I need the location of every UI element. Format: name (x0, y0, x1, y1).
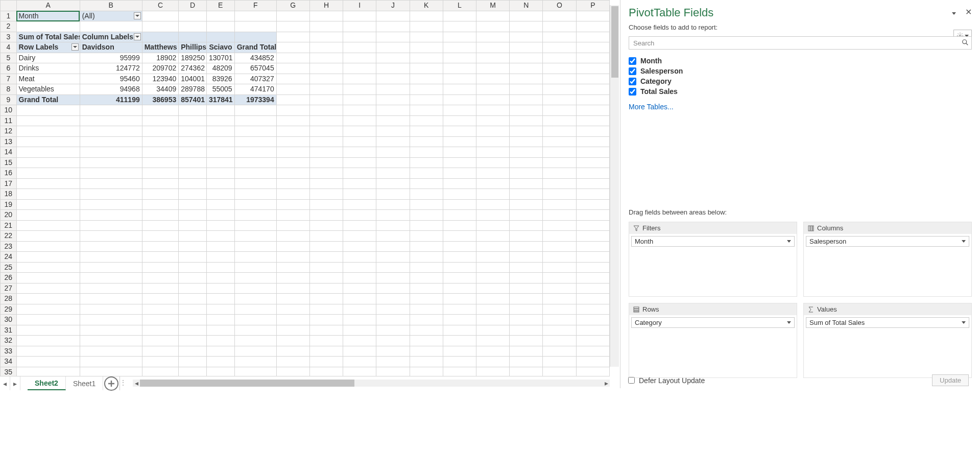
cell-F15[interactable] (234, 157, 276, 168)
cell-O10[interactable] (543, 105, 576, 116)
cell-D11[interactable] (179, 115, 207, 126)
cell-P30[interactable] (576, 315, 609, 325)
cell-J15[interactable] (376, 157, 410, 168)
cell-O6[interactable] (543, 63, 576, 74)
cell-C29[interactable] (142, 304, 179, 315)
cell-K17[interactable] (410, 178, 443, 189)
cell-F23[interactable] (234, 241, 276, 252)
cell-G11[interactable] (276, 115, 309, 126)
cell-E30[interactable] (206, 315, 234, 325)
cell-B13[interactable] (80, 136, 142, 147)
cell-J17[interactable] (376, 178, 410, 189)
cell-O7[interactable] (543, 74, 576, 84)
cell-I7[interactable] (343, 74, 376, 84)
cell-L24[interactable] (443, 252, 476, 263)
row-header-1[interactable]: 1 (1, 11, 17, 21)
cell-P13[interactable] (576, 136, 609, 147)
cell-J1[interactable] (376, 11, 410, 21)
cell-J32[interactable] (376, 336, 410, 346)
cell-C11[interactable] (142, 115, 179, 126)
cell-K31[interactable] (410, 325, 443, 336)
tab-split-handle[interactable] (119, 376, 123, 390)
cell-M23[interactable] (476, 241, 510, 252)
cell-M21[interactable] (476, 220, 510, 231)
column-header-N[interactable]: N (510, 1, 543, 11)
cell-N20[interactable] (510, 210, 543, 221)
cell-D32[interactable] (179, 336, 207, 346)
cell-J25[interactable] (376, 262, 410, 273)
row-header-21[interactable]: 21 (1, 220, 17, 231)
cell-M30[interactable] (476, 315, 510, 325)
pane-close-icon[interactable]: ✕ (965, 7, 972, 17)
cell-L31[interactable] (443, 325, 476, 336)
sheet-tab-sheet2[interactable]: Sheet2 (28, 376, 66, 390)
cell-P9[interactable] (576, 94, 609, 105)
cell-L34[interactable] (443, 357, 476, 367)
column-header-K[interactable]: K (410, 1, 443, 11)
cell-D21[interactable] (179, 220, 207, 231)
cell-A33[interactable] (16, 346, 80, 357)
cell-D23[interactable] (179, 241, 207, 252)
cell-H30[interactable] (309, 315, 343, 325)
horizontal-scrollbar-thumb[interactable] (140, 380, 354, 387)
cell-K18[interactable] (410, 189, 443, 200)
cell-D18[interactable] (179, 189, 207, 200)
cell-P6[interactable] (576, 63, 609, 74)
cell-I16[interactable] (343, 168, 376, 179)
cell-G24[interactable] (276, 252, 309, 263)
cell-P7[interactable] (576, 74, 609, 84)
cell-C32[interactable] (142, 336, 179, 346)
cell-A2[interactable] (16, 21, 80, 32)
cell-I19[interactable] (343, 199, 376, 210)
cell-M29[interactable] (476, 304, 510, 315)
cell-E18[interactable] (206, 189, 234, 200)
cell-E13[interactable] (206, 136, 234, 147)
filters-area-item[interactable]: Month (631, 236, 795, 247)
cell-H13[interactable] (309, 136, 343, 147)
cell-N30[interactable] (510, 315, 543, 325)
cell-I14[interactable] (343, 147, 376, 158)
cell-K10[interactable] (410, 105, 443, 116)
cell-O17[interactable] (543, 178, 576, 189)
cell-A9[interactable]: Grand Total (16, 94, 80, 105)
row-header-2[interactable]: 2 (1, 21, 17, 32)
row-header-27[interactable]: 27 (1, 283, 17, 294)
cell-A13[interactable] (16, 136, 80, 147)
cell-F25[interactable] (234, 262, 276, 273)
cell-G1[interactable] (276, 11, 309, 21)
row-header-32[interactable]: 32 (1, 336, 17, 346)
cell-A18[interactable] (16, 189, 80, 200)
columns-area[interactable]: Columns Salesperson (803, 222, 972, 297)
cell-O8[interactable] (543, 84, 576, 95)
cell-K28[interactable] (410, 294, 443, 304)
cell-E1[interactable] (206, 11, 234, 21)
cell-J31[interactable] (376, 325, 410, 336)
cell-L21[interactable] (443, 220, 476, 231)
cell-F17[interactable] (234, 178, 276, 189)
row-header-22[interactable]: 22 (1, 231, 17, 242)
cell-A29[interactable] (16, 304, 80, 315)
cell-P11[interactable] (576, 115, 609, 126)
cell-C28[interactable] (142, 294, 179, 304)
cell-P22[interactable] (576, 231, 609, 242)
row-header-7[interactable]: 7 (1, 74, 17, 84)
cell-N24[interactable] (510, 252, 543, 263)
cell-B5[interactable]: 95999 (80, 53, 142, 63)
cell-M16[interactable] (476, 168, 510, 179)
cell-N16[interactable] (510, 168, 543, 179)
cell-A21[interactable] (16, 220, 80, 231)
cell-C21[interactable] (142, 220, 179, 231)
cell-M5[interactable] (476, 53, 510, 63)
cell-M33[interactable] (476, 346, 510, 357)
row-header-24[interactable]: 24 (1, 252, 17, 263)
cell-A5[interactable]: Dairy (16, 53, 80, 63)
cell-O19[interactable] (543, 199, 576, 210)
cell-C34[interactable] (142, 357, 179, 367)
cell-O4[interactable] (543, 42, 576, 53)
defer-layout-checkbox[interactable]: Defer Layout Update (628, 376, 705, 385)
cell-A8[interactable]: Vegetables (16, 84, 80, 95)
cell-B29[interactable] (80, 304, 142, 315)
cell-H26[interactable] (309, 273, 343, 283)
cell-N2[interactable] (510, 21, 543, 32)
cell-I23[interactable] (343, 241, 376, 252)
